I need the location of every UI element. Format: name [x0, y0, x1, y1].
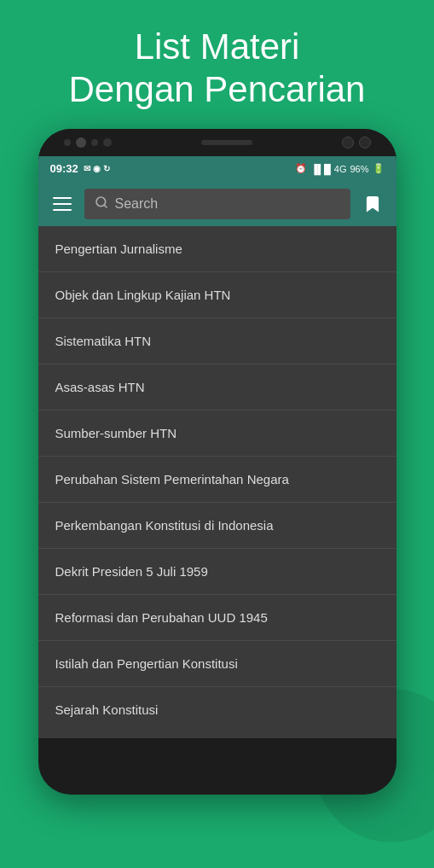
- status-bar: 09:32 ✉ ◉ ↻ ⏰ ▐▌█ 4G 96% 🔋: [38, 156, 396, 182]
- list-content: Pengertian JurnalismeObjek dan Lingkup K…: [38, 226, 396, 738]
- list-item[interactable]: Sistematika HTN: [38, 318, 396, 364]
- list-item[interactable]: Perubahan Sistem Pemerintahan Negara: [38, 457, 396, 503]
- dot2: [76, 137, 86, 148]
- status-right-icons: ⏰ ▐▌█ 4G 96% 🔋: [295, 163, 384, 174]
- menu-line3: [53, 209, 72, 211]
- dot1: [64, 139, 71, 146]
- list-item[interactable]: Objek dan Lingkup Kajian HTN: [38, 272, 396, 318]
- signal-type: 4G: [334, 164, 347, 174]
- list-item[interactable]: Perkembangan Konstitusi di Indonesia: [38, 503, 396, 549]
- dot3: [91, 139, 98, 146]
- list-item[interactable]: Pengertian Jurnalisme: [38, 226, 396, 272]
- alarm-icon: ⏰: [295, 163, 307, 174]
- phone-speaker: [201, 140, 252, 145]
- phone-btn1: [342, 137, 354, 149]
- search-box[interactable]: Search: [84, 189, 350, 219]
- svg-line-1: [104, 205, 107, 207]
- list-item[interactable]: Sumber-sumber HTN: [38, 411, 396, 457]
- list-item[interactable]: Dekrit Presiden 5 Juli 1959: [38, 549, 396, 595]
- status-notification-icons: ✉ ◉ ↻: [84, 164, 110, 173]
- phone-frame: 09:32 ✉ ◉ ↻ ⏰ ▐▌█ 4G 96% 🔋: [38, 129, 396, 795]
- battery-icon: 🔋: [373, 163, 385, 174]
- phone-btn2: [359, 137, 371, 149]
- camera-dots: [64, 137, 112, 148]
- menu-line2: [53, 203, 72, 205]
- search-icon: [95, 195, 108, 213]
- dot4: [103, 138, 112, 147]
- list-item[interactable]: Asas-asas HTN: [38, 364, 396, 411]
- list-item[interactable]: Istilah dan Pengertian Konstitusi: [38, 641, 396, 687]
- status-time: 09:32 ✉ ◉ ↻: [50, 162, 110, 175]
- search-placeholder: Search: [115, 196, 159, 212]
- location-icon: ◉: [93, 164, 101, 173]
- menu-line1: [53, 197, 72, 199]
- menu-button[interactable]: [47, 189, 78, 219]
- envelope-icon: ✉: [84, 164, 90, 173]
- page-title: List Materi Dengan Pencarian: [52, 0, 383, 129]
- app-toolbar: Search: [38, 182, 396, 226]
- phone-top-icons: [342, 137, 371, 149]
- signal-bars: ▐▌█: [310, 164, 330, 174]
- list-item[interactable]: Reformasi dan Perubahan UUD 1945: [38, 595, 396, 641]
- bookmark-button[interactable]: [357, 189, 388, 219]
- battery-level: 96%: [350, 164, 368, 174]
- list-item[interactable]: Sejarah Konstitusi: [38, 687, 396, 732]
- phone-top-bar: [38, 129, 396, 156]
- sync-icon: ↻: [103, 164, 110, 173]
